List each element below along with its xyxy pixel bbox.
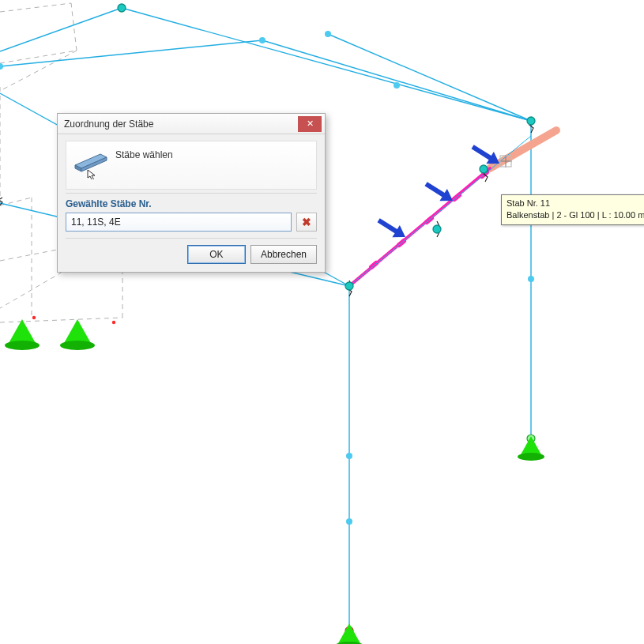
svg-point-38: [5, 341, 40, 350]
svg-point-36: [32, 316, 36, 319]
close-button[interactable]: ✕: [298, 116, 322, 132]
svg-point-22: [325, 31, 331, 37]
selected-members-label: Gewählte Stäbe Nr.: [66, 198, 317, 209]
selected-members-input[interactable]: [66, 213, 292, 232]
dialog-title: Zuordnung der Stäbe: [64, 119, 153, 130]
divider: [66, 193, 317, 194]
dialog-titlebar[interactable]: Zuordnung der Stäbe ✕: [58, 114, 325, 134]
svg-point-25: [528, 276, 534, 282]
svg-line-0: [122, 8, 531, 121]
svg-line-1: [0, 40, 262, 66]
svg-point-31: [433, 225, 441, 233]
svg-point-32: [480, 165, 488, 173]
svg-point-29: [346, 518, 352, 525]
svg-line-3: [262, 40, 531, 121]
svg-point-42: [518, 453, 544, 461]
svg-point-27: [345, 282, 353, 290]
svg-point-35: [112, 321, 115, 324]
svg-line-5: [0, 8, 122, 51]
assign-members-dialog: Zuordnung der Stäbe ✕ Stäbe wählen Gewäh…: [57, 113, 326, 273]
close-icon: ✕: [307, 119, 314, 128]
pick-members-panel[interactable]: Stäbe wählen: [66, 141, 317, 190]
clear-icon: ✖: [302, 216, 311, 228]
cancel-button[interactable]: Abbrechen: [250, 245, 317, 264]
svg-point-24: [527, 117, 535, 125]
beam-pick-icon: [71, 146, 111, 181]
member-tooltip: Stab Nr. 11 Balkenstab | 2 - Gl 100 | L …: [501, 194, 644, 225]
svg-point-40: [60, 341, 95, 350]
pick-members-label: Stäbe wählen: [111, 146, 173, 160]
tooltip-line2: Balkenstab | 2 - Gl 100 | L : 10.00 m: [507, 209, 644, 221]
svg-point-33: [0, 63, 3, 70]
svg-point-28: [346, 453, 352, 459]
divider: [66, 238, 317, 239]
ok-button[interactable]: OK: [187, 245, 246, 264]
svg-line-2: [328, 34, 531, 121]
svg-point-23: [394, 82, 400, 89]
clear-selection-button[interactable]: ✖: [296, 213, 317, 232]
svg-point-20: [118, 4, 126, 12]
model-viewport[interactable]: [0, 0, 644, 644]
svg-point-21: [259, 37, 266, 43]
svg-marker-43: [337, 623, 361, 644]
svg-line-11: [371, 263, 376, 267]
tooltip-line1: Stab Nr. 11: [507, 198, 644, 209]
